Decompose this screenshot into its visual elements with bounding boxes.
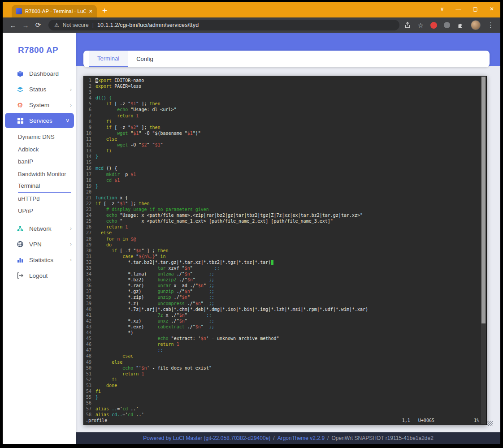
line-number: 10 xyxy=(86,130,95,136)
terminal-line-text: export EDITOR=nano xyxy=(95,78,144,83)
terminal-line-text: esac xyxy=(95,353,133,359)
share-icon[interactable] xyxy=(404,22,411,29)
terminal-line-text: alias ..='cd ..' xyxy=(95,406,139,412)
tab-terminal[interactable]: Terminal xyxy=(89,51,128,67)
terminal-scrollbar[interactable] xyxy=(481,77,486,424)
terminal-scrollbar-thumb[interactable] xyxy=(481,77,486,323)
sidebar-item-services[interactable]: Services ∨ xyxy=(5,113,74,128)
footer-theme-link[interactable]: ArgonTheme v2.2.9 xyxy=(278,435,325,441)
browser-tab[interactable]: R7800-AP - Terminal - LuCI ✕ xyxy=(12,5,97,17)
line-number: 39 xyxy=(86,301,95,306)
back-button[interactable]: ← xyxy=(7,22,19,29)
terminal-line-text: *.bz2) bunzip2 ./"$n" ;; xyxy=(95,277,214,283)
submenu-item-adblock[interactable]: Adblock xyxy=(3,143,76,156)
submenu-item-terminal[interactable]: Terminal xyxy=(18,180,71,193)
line-number: 21 xyxy=(86,195,95,201)
terminal-line: 15 xyxy=(86,159,479,165)
line-number: 17 xyxy=(86,172,95,177)
terminal-line: 47 ;; xyxy=(86,347,479,353)
line-number: 20 xyxy=(86,189,95,195)
terminal-line-text: 7z x ./"$n" ;; xyxy=(95,312,212,318)
submenu-item-upnp[interactable]: UPnP xyxy=(3,205,76,217)
line-number: 14 xyxy=(86,154,95,159)
terminal-line-text: echo "'$n' - file does not exist" xyxy=(95,365,212,371)
forward-button[interactable]: → xyxy=(20,22,31,29)
sidebar-item-status[interactable]: Status › xyxy=(3,82,76,97)
terminal-line: 4dl() { xyxy=(86,95,479,101)
browser-toolbar: ← → ⟳ ⚠ Not secure | 10.1.1.2/cgi-bin/lu… xyxy=(3,17,500,33)
tab-close-icon[interactable]: ✕ xyxy=(89,9,93,14)
terminal-line-text: fi xyxy=(95,119,112,125)
terminal-line: 3 xyxy=(86,89,479,95)
line-number: 2 xyxy=(86,83,95,89)
terminal-line: 18 cd $1 xyxy=(86,177,479,183)
sidebar-item-logout[interactable]: Logout xyxy=(3,268,76,284)
extension-icon[interactable] xyxy=(444,22,450,28)
services-grid-icon xyxy=(16,117,24,124)
terminal-line-text: function x { xyxy=(95,195,128,201)
terminal-line: 14} xyxy=(86,154,479,159)
line-number: 43 xyxy=(86,324,95,330)
bookmark-star-icon[interactable]: ☆ xyxy=(418,22,424,29)
submenu-item-uhttpd[interactable]: uHTTPd xyxy=(3,193,76,205)
footer-luci-link[interactable]: Powered by LuCI Master (git-22.058.70382… xyxy=(143,435,270,441)
window-menu-chevron-icon[interactable]: ∨ xyxy=(440,6,444,12)
terminal-line-text: *.gz) gunzip ./"$n" ;; xyxy=(95,289,214,294)
chevron-right-icon: › xyxy=(70,102,72,108)
chevron-expanded-icon: ∨ xyxy=(65,117,69,124)
vpn-globe-icon xyxy=(16,241,24,248)
terminal-line-text: echo "Usage: dl <url>" xyxy=(95,107,177,112)
url-text[interactable]: 10.1.1.2/cgi-bin/luci/admin/services/tty… xyxy=(97,22,199,28)
terminal-line-text: return 1 xyxy=(95,341,179,347)
terminal-line: 44 *) xyxy=(86,330,479,336)
terminal-line: 8 fi xyxy=(86,119,479,125)
status-filename: .profile xyxy=(86,418,402,423)
terminal-resize-grip[interactable] xyxy=(487,421,493,426)
terminal-line: 51 return 1 xyxy=(86,371,479,377)
terminal-line: 21function x { xyxy=(86,195,479,201)
browser-menu-icon[interactable]: ⋮ xyxy=(487,21,494,29)
footer-separator: / xyxy=(327,435,329,441)
line-number: 29 xyxy=(86,242,95,248)
reload-button[interactable]: ⟳ xyxy=(32,21,44,29)
line-number: 45 xyxy=(86,336,95,341)
adblock-extension-icon[interactable] xyxy=(430,22,437,29)
sidebar-item-label: Network xyxy=(29,225,52,232)
close-button[interactable]: ✕ xyxy=(490,6,494,12)
not-secure-warning-icon: ⚠ xyxy=(54,22,59,28)
submenu-item-dynamic-dns[interactable]: Dynamic DNS xyxy=(3,131,76,143)
maximize-button[interactable]: ▢ xyxy=(473,6,478,12)
line-number: 50 xyxy=(86,365,95,371)
terminal-line: 6 echo "Usage: dl <url>" xyxy=(86,107,479,112)
line-number: 38 xyxy=(86,294,95,300)
sidebar-item-dashboard[interactable]: Dashboard xyxy=(3,66,76,82)
sidebar-item-system[interactable]: ⚙ System › xyxy=(3,97,76,113)
extensions-puzzle-icon[interactable] xyxy=(457,22,464,29)
tab-config[interactable]: Config xyxy=(128,51,162,67)
sidebar-item-statistics[interactable]: Statistics › xyxy=(3,252,76,268)
status-scroll-percent: 1% xyxy=(474,418,479,423)
line-number: 44 xyxy=(86,330,95,336)
ttyd-terminal[interactable]: 1export EDITOR=nano2export PAGER=less34d… xyxy=(83,76,487,425)
line-number: 25 xyxy=(86,218,95,224)
network-nodes-icon xyxy=(16,225,24,232)
terminal-line: 11 else xyxy=(86,136,479,142)
sidebar-item-network[interactable]: Network › xyxy=(3,221,76,237)
line-number: 49 xyxy=(86,359,95,365)
chevron-right-icon: › xyxy=(70,86,72,93)
terminal-line: 31 case "${n%,}" in xyxy=(86,254,479,259)
line-number: 33 xyxy=(86,265,95,271)
address-bar[interactable]: ⚠ Not secure | 10.1.1.2/cgi-bin/luci/adm… xyxy=(48,20,399,30)
terminal-line-text: echo "Usage: x <path/file_name>.<zip|rar… xyxy=(95,212,363,218)
terminal-line-text: else xyxy=(95,359,122,365)
terminal-line-text: mkdir -p $1 xyxy=(95,172,136,177)
submenu-item-bandwidth-monitor[interactable]: Bandwidth Monitor xyxy=(3,168,76,181)
minimize-button[interactable]: — xyxy=(456,6,461,12)
profile-avatar[interactable] xyxy=(471,20,481,30)
new-tab-button[interactable]: + xyxy=(102,6,107,15)
submenu-item-banip[interactable]: banIP xyxy=(3,155,76,168)
terminal-line-text: alias cd..='cd ..' xyxy=(95,412,144,416)
terminal-line: 28 for n in $@ xyxy=(86,236,479,242)
sidebar-item-vpn[interactable]: VPN › xyxy=(3,237,76,252)
terminal-line: 19} xyxy=(86,183,479,189)
